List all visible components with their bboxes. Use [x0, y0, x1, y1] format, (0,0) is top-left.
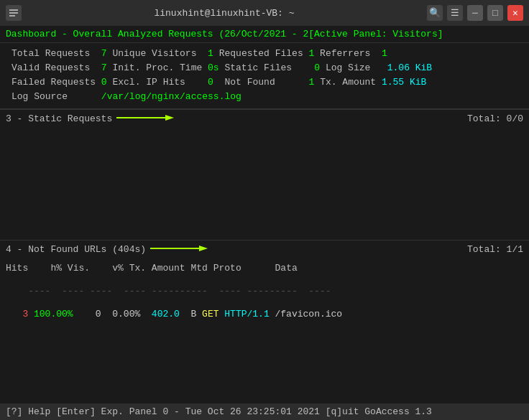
col-hpct: h% [28, 263, 62, 274]
label-log-size: Log Size [326, 61, 387, 75]
svg-rect-2 [9, 15, 15, 17]
static-section-header: 3 - Static Requests Total: 0/0 [0, 109, 529, 129]
val-not-found: 1 [309, 75, 321, 90]
minimize-button[interactable]: ─ [467, 5, 483, 21]
label-excl-ip: Excl. IP Hits [112, 75, 202, 90]
val-total-requests: 7 [101, 47, 113, 61]
label-referrers: Referrers [320, 47, 382, 61]
static-section-title-row: 3 - Static Requests [6, 113, 174, 126]
stats-row-1: Total Requests 7 Unique Visitors 1 Reque… [12, 47, 518, 61]
static-arrow-icon [116, 113, 174, 126]
val-excl-ip: 0 [202, 75, 224, 90]
label-tx-amount: Tx. Amount [320, 75, 382, 90]
stats-row-4: Log Source /var/log/nginx/access.log [12, 90, 518, 104]
dashboard-header-text: Dashboard - Overall Analyzed Requests (2… [6, 29, 443, 39]
app-icon [6, 5, 22, 21]
svg-rect-0 [9, 9, 18, 11]
window-title: linuxhint@linuxhint-VB: ~ [154, 8, 294, 19]
table-area: Hits h% Vis. v% Tx. Amount Mtd Proto Dat… [0, 259, 529, 323]
stats-panel: Total Requests 7 Unique Visitors 1 Reque… [0, 43, 529, 109]
cell-hpct: 100.00% [28, 309, 73, 319]
notfound-section-header: 4 - Not Found URLs (404s) Total: 1/1 [0, 240, 529, 259]
val-log-source: /var/log/nginx/access.log [101, 90, 242, 104]
search-button[interactable]: 🔍 [427, 5, 443, 21]
col-data: Data [242, 263, 298, 274]
static-content-area [0, 129, 529, 240]
label-total-requests: Total Requests [12, 47, 101, 61]
table-divider: ---- ---- ---- ---- ---------- ---- ----… [6, 274, 523, 308]
title-bar-controls: 🔍 ☰ ─ □ ✕ [427, 5, 523, 21]
cell-data: /favicon.ico [270, 309, 342, 319]
val-failed-requests: 0 [101, 75, 113, 90]
val-requested-files: 1 [309, 47, 321, 61]
val-valid-requests: 7 [101, 61, 113, 75]
cell-proto: HTTP/1.1 [219, 309, 270, 319]
val-tx-amount: 1.55 KiB [382, 75, 426, 90]
static-section-title: 3 - Static Requests [6, 113, 112, 124]
label-requested-files: Requested Files [219, 47, 309, 61]
val-static-files: 0 [303, 61, 326, 75]
val-unique-visitors: 1 [202, 47, 218, 61]
cell-vis: 0 [73, 309, 101, 319]
title-bar-left [6, 5, 22, 21]
close-button[interactable]: ✕ [507, 5, 523, 21]
arrow-svg [116, 113, 174, 123]
maximize-button[interactable]: □ [487, 5, 503, 21]
col-vpct: v% [90, 263, 124, 274]
cell-method: GET [196, 309, 218, 319]
notfound-arrow-icon [150, 243, 208, 256]
label-init-proc: Init. Proc. Time [112, 61, 208, 75]
col-hits: Hits [6, 263, 28, 274]
col-mtd: Mtd [185, 263, 208, 274]
table-header: Hits h% Vis. v% Tx. Amount Mtd Proto Dat… [6, 262, 523, 274]
label-static-files: Static Files [224, 61, 303, 75]
footer-text: [?] Help [Enter] Exp. Panel 0 - Tue Oct … [6, 406, 432, 417]
notfound-total: Total: 1/1 [467, 244, 523, 255]
arrow-svg-2 [150, 243, 208, 253]
label-not-found: Not Found [224, 75, 308, 90]
svg-marker-4 [165, 115, 174, 121]
col-vis: Vis. [62, 263, 90, 274]
cell-tx: 402.0 [140, 309, 180, 319]
val-init-proc: 0s [208, 61, 224, 75]
val-referrers: 1 [382, 47, 387, 61]
cell-vpct: 0.00% [101, 309, 141, 319]
title-bar: linuxhint@linuxhint-VB: ~ 🔍 ☰ ─ □ ✕ [0, 0, 529, 26]
cell-unit: B [180, 309, 196, 319]
dashboard-header: Dashboard - Overall Analyzed Requests (2… [0, 26, 529, 43]
svg-marker-6 [199, 246, 208, 251]
table-row: 3 100.00% 0 0.00% 402.0 B GET HTTP/1.1 /… [6, 308, 523, 320]
cell-hits: 3 [6, 309, 28, 319]
label-failed-requests: Failed Requests [12, 75, 101, 90]
label-valid-requests: Valid Requests [12, 61, 101, 75]
val-log-size: 1.06 KiB [387, 61, 432, 75]
menu-button[interactable]: ☰ [447, 5, 463, 21]
footer: [?] Help [Enter] Exp. Panel 0 - Tue Oct … [0, 403, 529, 420]
static-total: Total: 0/0 [467, 113, 523, 124]
notfound-section-title: 4 - Not Found URLs (404s) [6, 244, 146, 255]
label-log-source: Log Source [12, 90, 101, 104]
col-proto: Proto [208, 263, 242, 274]
col-tx: Tx. Amount [124, 263, 185, 274]
stats-row-2: Valid Requests 7 Init. Proc. Time 0s Sta… [12, 61, 518, 75]
notfound-title-row: 4 - Not Found URLs (404s) [6, 243, 208, 256]
stats-row-3: Failed Requests 0 Excl. IP Hits 0 Not Fo… [12, 75, 518, 90]
svg-rect-1 [9, 12, 18, 14]
label-unique-visitors: Unique Visitors [112, 47, 202, 61]
